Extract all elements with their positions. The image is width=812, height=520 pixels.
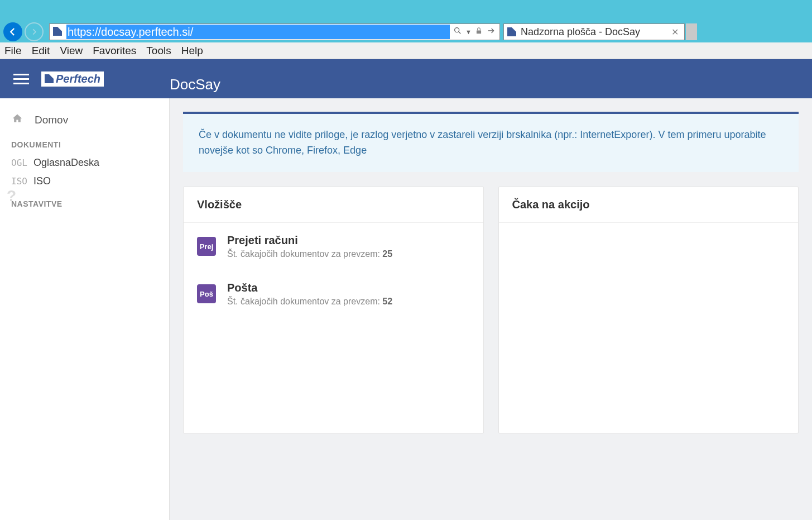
actions-card: Čaka na akcijo <box>498 187 799 433</box>
sidebar-tag: OGL <box>11 158 33 168</box>
sidebar-tag: ISO <box>11 176 33 187</box>
inbox-item-prejeti-racuni[interactable]: Prej Prejeti računi Št. čakajočih dokume… <box>184 223 483 270</box>
waiting-label: Št. čakajočih dokumentov za prevzem: <box>227 249 380 259</box>
sidebar-item-oglasnadeska[interactable]: OGL OglasnaDeska <box>0 154 169 172</box>
app-title: DocSay <box>170 65 220 93</box>
inbox-card: Vložišče Prej Prejeti računi Št. čakajoč… <box>183 187 484 433</box>
dropdown-icon[interactable]: ▼ <box>465 28 472 35</box>
svg-rect-1 <box>477 30 481 34</box>
home-icon <box>11 113 23 127</box>
search-icon[interactable] <box>453 26 462 37</box>
waiting-count: 52 <box>382 297 392 306</box>
waiting-label: Št. čakajočih dokumentov za prevzem: <box>227 297 380 306</box>
menu-view[interactable]: View <box>60 45 83 57</box>
hamburger-icon[interactable] <box>13 74 29 84</box>
inbox-card-title: Vložišče <box>184 187 483 223</box>
logo[interactable]: Perftech <box>41 71 104 87</box>
waiting-count: 25 <box>382 249 392 259</box>
url-text[interactable]: https://docsay.perftech.si/ <box>66 25 450 39</box>
browser-tab[interactable]: Nadzorna plošča - DocSay ✕ <box>503 23 685 40</box>
tab-favicon-icon <box>507 27 516 36</box>
menu-tools[interactable]: Tools <box>146 45 171 57</box>
app-header: Perftech DocSay <box>0 59 812 98</box>
actions-card-title: Čaka na akcijo <box>499 187 799 223</box>
sidebar-home-label: Domov <box>35 114 68 126</box>
sidebar-item-label: OglasnaDeska <box>33 157 99 169</box>
site-favicon-icon <box>53 27 63 37</box>
new-tab-button[interactable] <box>686 23 697 40</box>
sidebar-section-settings[interactable]: NASTAVITVE <box>0 190 169 213</box>
document-icon: Prej <box>197 237 216 256</box>
sidebar-section-documents: DOKUMENTI <box>0 131 169 154</box>
menu-favorites[interactable]: Favorites <box>93 45 136 57</box>
menu-edit[interactable]: Edit <box>32 45 50 57</box>
address-row: https://docsay.perftech.si/ ▼ Nadzorna p… <box>0 21 812 42</box>
tab-close-button[interactable]: ✕ <box>669 27 681 37</box>
logo-icon <box>45 74 54 83</box>
svg-point-0 <box>455 28 459 32</box>
browser-chrome: https://docsay.perftech.si/ ▼ Nadzorna p… <box>0 0 812 59</box>
sidebar-item-label: ISO <box>33 175 51 187</box>
menu-help[interactable]: Help <box>181 45 203 57</box>
go-icon[interactable] <box>486 26 496 37</box>
forward-button[interactable] <box>25 22 44 41</box>
info-alert: Če v dokumentu ne vidite priloge, je raz… <box>183 112 799 172</box>
address-tools: ▼ <box>450 26 499 37</box>
alert-text: Če v dokumentu ne vidite priloge, je raz… <box>199 129 766 156</box>
inbox-item-title: Prejeti računi <box>227 234 392 247</box>
main-content: Če v dokumentu ne vidite priloge, je raz… <box>170 98 812 520</box>
inbox-item-subtitle: Št. čakajočih dokumentov za prevzem: 25 <box>227 249 392 259</box>
sidebar: Domov DOKUMENTI OGL OglasnaDeska ISO ISO… <box>0 98 170 520</box>
help-icon: ? <box>7 187 16 205</box>
inbox-item-subtitle: Št. čakajočih dokumentov za prevzem: 52 <box>227 297 392 307</box>
inbox-item-posta[interactable]: Poš Pošta Št. čakajočih dokumentov za pr… <box>184 270 483 318</box>
sidebar-item-home[interactable]: Domov <box>0 108 169 131</box>
address-bar[interactable]: https://docsay.perftech.si/ ▼ <box>49 23 500 40</box>
back-button[interactable] <box>3 22 22 41</box>
app-body: Domov DOKUMENTI OGL OglasnaDeska ISO ISO… <box>0 98 812 520</box>
menu-file[interactable]: File <box>4 45 22 57</box>
document-icon: Poš <box>197 284 216 303</box>
sidebar-item-iso[interactable]: ISO ISO <box>0 172 169 190</box>
lock-icon[interactable] <box>475 26 483 37</box>
menu-bar: File Edit View Favorites Tools Help <box>0 42 812 59</box>
logo-text: Perftech <box>56 73 100 85</box>
inbox-item-title: Pošta <box>227 282 392 294</box>
tab-title: Nadzorna plošča - DocSay <box>521 26 669 38</box>
